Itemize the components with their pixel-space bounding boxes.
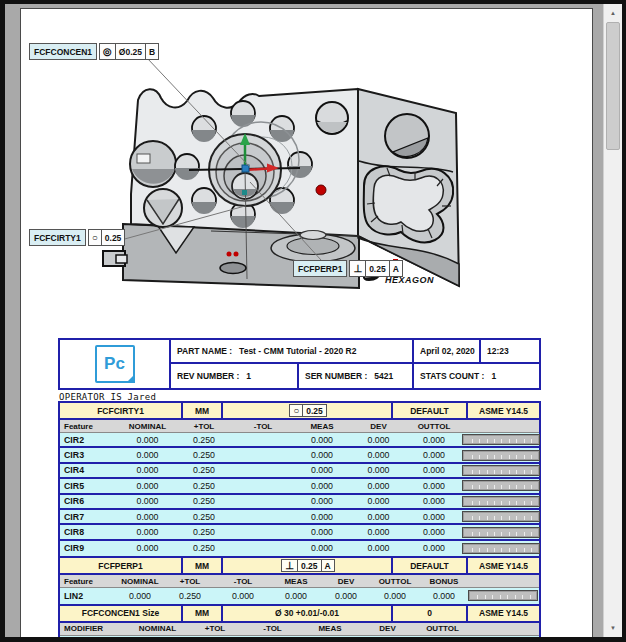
value-cell: 0.000 xyxy=(120,481,175,491)
col-header-nominal: NOMINAL xyxy=(130,624,185,633)
value-cell: 0.250 xyxy=(175,543,233,553)
section-bar: FCFPERP1 MM ⊥ 0.25 A DEFAULT ASME Y14.5 xyxy=(60,558,539,575)
value-cell: 0.000 xyxy=(351,435,406,445)
scrollbar-thumb[interactable] xyxy=(606,22,620,150)
value-cell: 0.000 xyxy=(406,527,462,537)
date-cell: April 02, 2020 xyxy=(414,340,481,364)
value-cell: 0.000 xyxy=(293,465,351,475)
circularity-symbol-icon: ○ xyxy=(290,405,303,416)
feature-name: CIR4 xyxy=(60,465,120,475)
fcf-frame: ◎ Ø0.25 B xyxy=(99,43,159,60)
value-cell: 0.000 xyxy=(120,465,175,475)
perpendicularity-symbol-icon: ⊥ xyxy=(282,560,298,571)
value-cell: 0.250 xyxy=(175,527,233,537)
data-rows: LIN20.0000.2500.0000.0000.0000.0000.000 xyxy=(60,588,539,603)
value-cell: 0.000 xyxy=(370,591,420,601)
col-header-tol: +TOL xyxy=(164,577,216,586)
table-row-cir9: CIR90.0000.2500.0000.0000.000 xyxy=(60,541,539,556)
section-name: FCFCIRTY1 xyxy=(60,403,183,418)
deviation-bar xyxy=(462,543,540,554)
feature-name: CIR2 xyxy=(60,435,120,445)
scroll-up-button[interactable]: ▲ xyxy=(604,5,622,21)
fcf-frame: ○ 0.25 xyxy=(289,404,327,417)
callout-fcfconcen1[interactable]: FCFCONCEN1 ◎ Ø0.25 B xyxy=(29,43,159,60)
bar-cell xyxy=(462,450,542,461)
column-header-row: FeatureNOMINAL+TOL-TOLMEASDEVOUTTOL xyxy=(60,420,539,433)
standard-label: ASME Y14.5 xyxy=(468,558,539,573)
section-fcfcirty1: FCFCIRTY1 MM ○ 0.25 DEFAULT ASME Y14.5 F… xyxy=(58,401,541,558)
callout-fcfperp1[interactable]: FCFPERP1 ⊥ 0.25 A xyxy=(293,260,403,277)
concentricity-symbol-icon: ◎ xyxy=(100,44,116,59)
part-name-value: Test - CMM Tutorial - 2020 R2 xyxy=(239,346,356,356)
mode-label: DEFAULT xyxy=(393,403,468,418)
section-name: FCFPERP1 xyxy=(60,558,183,573)
bar-cell xyxy=(462,480,542,491)
col-header-nominal: NOMINAL xyxy=(116,577,164,586)
fcf-frame: ○ 0.25 xyxy=(88,229,126,246)
circularity-symbol-icon: ○ xyxy=(89,230,102,245)
value-cell: 0.000 xyxy=(420,591,468,601)
value-cell: 0.000 xyxy=(406,465,462,475)
time-value: 12:23 xyxy=(487,346,509,356)
col-header-feature: Feature xyxy=(60,422,120,431)
ser-value: 5421 xyxy=(374,371,393,381)
table-row-cir7: CIR70.0000.2500.0000.0000.000 xyxy=(60,510,539,525)
time-cell: 12:23 xyxy=(481,340,539,364)
value-cell: 0.000 xyxy=(351,527,406,537)
fcf-summary: ○ 0.25 xyxy=(223,403,393,418)
deviation-bar xyxy=(462,450,540,461)
col-header-nominal: NOMINAL xyxy=(120,422,175,431)
datum-reference: A xyxy=(390,261,402,276)
size-tolerance-text: Ø 30 +0.01/-0.01 xyxy=(223,606,393,621)
value-cell: 0.000 xyxy=(120,435,175,445)
feature-name: LIN2 xyxy=(60,591,116,601)
col-header-modifier: MODIFIER xyxy=(60,624,130,633)
units-label: MM xyxy=(183,606,223,621)
rev-value: 1 xyxy=(246,371,251,381)
fcf-summary: ⊥ 0.25 A xyxy=(223,558,393,573)
deviation-bar xyxy=(468,590,538,601)
report-header-table: Pc PART NAME : Test - CMM Tutorial - 202… xyxy=(58,338,541,390)
value-cell: 0.000 xyxy=(293,512,351,522)
stats-count-cell: STATS COUNT : 1 xyxy=(414,364,539,388)
data-rows: CYL130.0000.0100.01030.0000.0000.000 xyxy=(60,636,539,637)
feature-name: CIR5 xyxy=(60,481,120,491)
value-cell: 0.000 xyxy=(293,450,351,460)
col-header-dev: DEV xyxy=(351,422,406,431)
col-header-feature: Feature xyxy=(60,577,116,586)
column-header-row: MODIFIERNOMINAL+TOL-TOLMEASDEVOUTTOL xyxy=(60,623,539,636)
value-cell: 0.250 xyxy=(175,512,233,522)
value-cell: 0.000 xyxy=(120,512,175,522)
scroll-down-button[interactable]: ▼ xyxy=(604,620,622,636)
value-cell: 0.000 xyxy=(406,435,462,445)
col-header-dev: DEV xyxy=(322,577,370,586)
value-cell: 0.000 xyxy=(406,450,462,460)
value-cell: 0.000 xyxy=(120,527,175,537)
tolerance-value: 0.25 xyxy=(298,560,322,571)
table-row-cir5: CIR50.0000.2500.0000.0000.000 xyxy=(60,479,539,494)
value-cell: 0.250 xyxy=(164,591,216,601)
date-value: April 02, 2020 xyxy=(420,346,475,356)
value-cell: 0.000 xyxy=(351,496,406,506)
col-header-outtol: OUTTOL xyxy=(370,577,420,586)
value-cell: 0.250 xyxy=(175,465,233,475)
tolerance-value: Ø0.25 xyxy=(116,44,146,59)
feature-name: CIR3 xyxy=(60,450,120,460)
report-window: HEXAGON FCFCONCEN1 ◎ Ø0.25 B FCFCIRTY1 ○… xyxy=(0,0,626,642)
deviation-bar xyxy=(462,480,540,491)
callout-fcfcirty1[interactable]: FCFCIRTY1 ○ 0.25 xyxy=(29,229,125,246)
value-cell: 0.250 xyxy=(175,435,233,445)
table-row-cir6: CIR60.0000.2500.0000.0000.000 xyxy=(60,495,539,510)
col-header-dev: DEV xyxy=(360,624,415,633)
callout-label: FCFPERP1 xyxy=(293,260,347,277)
measurement-report: Pc PART NAME : Test - CMM Tutorial - 202… xyxy=(58,338,541,637)
value-cell: 0.000 xyxy=(406,481,462,491)
value-cell: 0.000 xyxy=(116,591,164,601)
fcf-frame: ⊥ 0.25 A xyxy=(281,559,334,572)
column-header-row: FeatureNOMINAL+TOL-TOLMEASDEVOUTTOLBONUS xyxy=(60,575,539,588)
value-cell: 0.000 xyxy=(120,496,175,506)
col-header-meas: MEAS xyxy=(270,577,322,586)
vertical-scrollbar[interactable]: ▲ ▼ xyxy=(603,4,622,637)
fcf-frame: ⊥ 0.25 A xyxy=(349,260,402,277)
deviation-bar xyxy=(462,434,540,445)
